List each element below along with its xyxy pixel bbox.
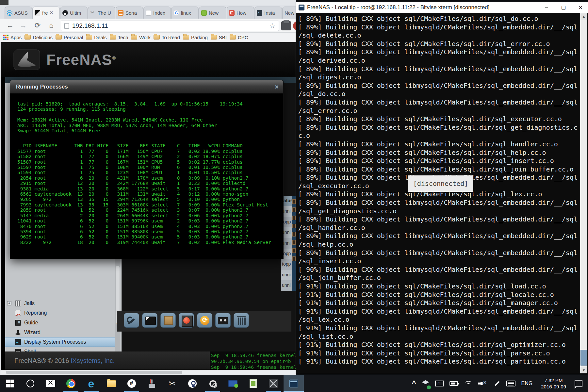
clock[interactable]: 7:32 PM2016-09-09 [536,375,571,392]
terminal-scrollbar[interactable] [580,13,587,373]
bookmark-star-icon[interactable] [269,22,275,30]
expand-plus-icon[interactable] [7,301,11,305]
bookmark-folder[interactable]: Deals [86,35,106,40]
language-indicator[interactable]: ENG [519,375,535,392]
battery-tray-button[interactable] [447,375,460,392]
hscroll-thumb[interactable] [6,371,182,374]
bookmark-folder[interactable]: Tech [110,35,128,40]
company-link[interactable]: iXsystems, Inc. [71,357,115,364]
url-text[interactable]: 192.168.1.11 [72,22,266,29]
dialog-header[interactable]: Running Processes [10,80,283,93]
plugin-icon [292,248,296,253]
tray-chevron-icon[interactable] [410,375,418,392]
plugin-icon [292,207,296,212]
mail-button[interactable] [41,375,61,392]
back-button[interactable] [5,20,16,31]
xterm-app-button[interactable] [263,375,284,392]
browser-horizontal-scrollbar[interactable] [1,370,296,375]
process-row: 2859 root 1 52 0 224M 74516K select 3 0:… [17,207,283,213]
project-tray-button[interactable] [433,375,446,392]
trash-button[interactable] [234,313,249,328]
browser-toolbar: 192.168.1.11 [0,19,296,33]
sidebar-item-display-system-processes[interactable]: Display System Processes [5,337,116,347]
status-cell-fragment: topp [281,259,292,270]
bitvise-xterm-taskbar-button[interactable] [284,375,304,392]
tab-ultim[interactable]: Ultim [60,7,88,19]
github-app-button[interactable] [122,375,142,392]
process-row: 5394 root 6 52 0 151M 38580K usem 5 0:03… [17,229,283,234]
display-button[interactable] [142,313,157,328]
close-button[interactable] [573,3,588,12]
process-row: 5147 media 2 20 0 264M 66044K select 2 0… [17,213,283,218]
edge-button[interactable]: e [81,375,101,392]
keepass-button[interactable] [182,375,203,392]
pen-tray-button[interactable] [491,375,503,392]
terminal-output[interactable]: [ 89%] Building CXX object sql/CMakeFile… [296,13,580,373]
snipping-tool-button[interactable] [162,375,182,392]
printer-extension-icon[interactable] [281,21,291,30]
maximize-button[interactable] [556,3,571,12]
reload-button[interactable] [32,20,43,31]
sidebar-item-jails[interactable]: Jails [5,299,116,308]
bookmark-folder[interactable]: Parking [183,35,208,40]
dropbox-tray-button[interactable] [420,375,432,392]
notes-app-button[interactable] [243,375,263,392]
tab-sona[interactable]: Sona [116,7,143,19]
start-button[interactable] [0,375,20,392]
sidebar-item-reporting[interactable]: Reporting [5,308,116,318]
explorer-folder-icon [107,380,116,387]
terminal-title-bar[interactable]: FreeNAS - Local.tlp - root@192.168.1.11:… [296,2,588,13]
scroll-up-arrow-icon[interactable] [580,13,587,20]
folder-icon [211,35,217,40]
console-log[interactable]: Sep 9 18:59:46 freenas kernel: arp: 192.… [210,351,296,370]
dialog-close-icon[interactable] [275,83,279,91]
terminal-line: [ 89%] Building CXX object libmysqld/CMa… [298,199,580,207]
tab-close-icon[interactable] [50,9,53,16]
console-button[interactable] [215,313,231,328]
minimize-button[interactable] [539,3,554,12]
plugins-box-button[interactable] [160,313,176,328]
folder-icon [131,35,137,40]
tab-how[interactable]: How [227,7,254,19]
home-button[interactable] [46,20,57,31]
volume-tray-button[interactable] [476,375,490,392]
bookmark-folder[interactable]: SBI [211,35,227,40]
address-bar[interactable]: 192.168.1.11 [61,21,279,31]
bookmark-apps[interactable]: Apps [3,35,22,40]
tab-linux[interactable]: linux [171,7,199,19]
bookmark-folder[interactable]: Delicious [24,35,53,40]
bookmark-folder[interactable]: Work [131,35,151,40]
process-row: 51577 root 1 77 0 171M 156M CPU7 7 0:02 … [17,149,283,154]
alert-button[interactable] [179,313,194,328]
tab-index[interactable]: Index [143,7,171,19]
action-center-button[interactable] [572,375,585,392]
refresh-button[interactable] [197,313,212,328]
tab-insta[interactable]: Insta [254,7,282,19]
bookmark-folder[interactable]: Personal [56,35,83,40]
bookmark-folder[interactable]: To Read [154,35,180,40]
forward-button[interactable] [18,20,29,31]
scroll-down-arrow-icon[interactable] [580,367,587,373]
tab-asus[interactable]: ASUS [5,7,32,19]
tab-new-1[interactable]: New [199,7,226,19]
bookmark-folder[interactable]: CPC [230,35,248,40]
windows-logo-icon [6,380,14,387]
tab-the-u[interactable]: The U [88,7,115,19]
sidebar-item-wizard[interactable]: Wizard [5,328,116,337]
browser-tab-strip: ASUS fre Ultim The U Sona Index [0,5,296,19]
settings-wrench-button[interactable] [124,313,139,328]
dialog-title: Running Processes [16,84,275,90]
tab-freenas[interactable]: fre [32,7,60,19]
sidebar-item-guide[interactable]: Guide [5,318,116,328]
touch-keyboard-button[interactable] [504,375,518,392]
terminal-line: [ 89%] Building CXX object libmysqld/CMa… [298,48,580,57]
edge-icon: e [88,379,94,388]
chrome-button[interactable] [61,375,81,392]
settings-button[interactable] [203,375,223,392]
remote-desktop-button[interactable] [223,375,243,392]
pinball-app-button[interactable] [142,375,162,392]
network-tray-button[interactable] [462,375,475,392]
file-explorer-button[interactable] [101,375,122,392]
cortana-button[interactable] [20,375,41,392]
terminal-scroll-thumb[interactable] [580,350,587,366]
